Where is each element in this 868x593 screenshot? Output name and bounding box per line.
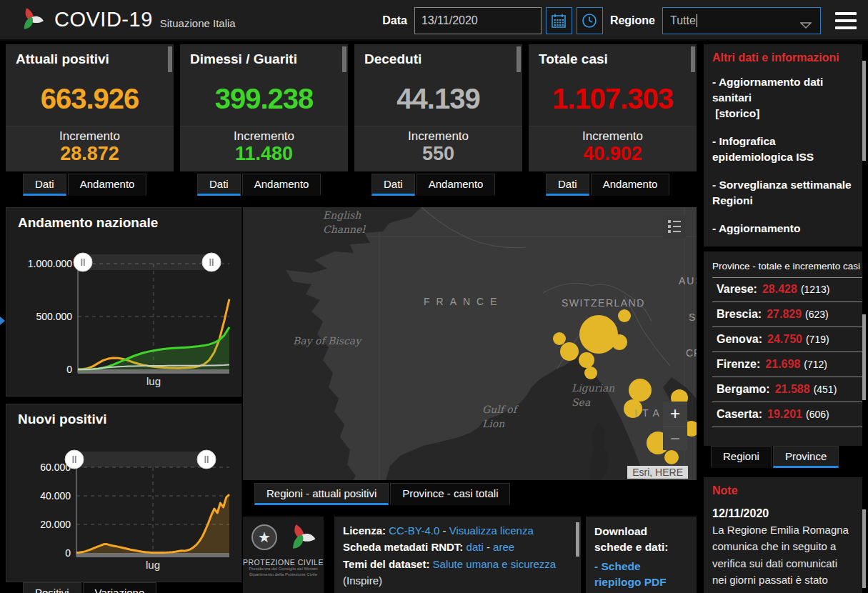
province-row: Genova: 24.750 (719): [712, 327, 862, 352]
scrollbar-thumb[interactable]: [862, 61, 866, 161]
province-increment: (623): [805, 309, 829, 320]
tab-dati[interactable]: Dati: [23, 174, 66, 196]
svg-text:500.000: 500.000: [36, 311, 72, 322]
note-panel: Note 12/11/2020 La Regione Emilia Romagn…: [704, 477, 862, 593]
stat-card-title: Attuali positivi: [6, 44, 174, 67]
stat-card-title: Totale casi: [529, 44, 697, 67]
range-slider-handle[interactable]: [65, 450, 84, 469]
download-link-schede-riepilogo-pdf[interactable]: - Schede riepilogo PDF: [594, 559, 688, 591]
case-bubble[interactable]: [664, 450, 679, 464]
tab-regioni-attuali-positivi[interactable]: Regioni - attuali positivi: [254, 483, 389, 505]
tab-positivi[interactable]: Positivi: [23, 582, 81, 593]
nuovi-positivi-chart[interactable]: 60.00040.00020.0000lug: [6, 404, 242, 583]
tri-blade: [285, 521, 318, 552]
case-bubble[interactable]: [624, 399, 642, 418]
province-total: 27.829: [767, 308, 802, 321]
tab-province-casi-totali[interactable]: Province - casi totali: [390, 483, 510, 505]
link-visualizza-licenza[interactable]: Visualizza licenza: [449, 524, 534, 537]
scrollbar-thumb[interactable]: [691, 46, 695, 72]
tab-regioni[interactable]: Regioni: [711, 446, 772, 468]
tab-dati[interactable]: Dati: [197, 174, 241, 196]
case-bubble[interactable]: [618, 309, 631, 322]
increment-value: 28.872: [6, 144, 174, 165]
tab-andamento[interactable]: Andamento: [242, 174, 321, 196]
covid-dashboard: COVID-19 Situazione Italia Data 13/11/20…: [0, 0, 868, 593]
calendar-button[interactable]: [546, 7, 572, 34]
app-subtitle: Situazione Italia: [160, 17, 236, 29]
map-attribution: Esri, HERE: [627, 466, 688, 479]
range-slider-handle[interactable]: [202, 253, 221, 271]
stat-card: Dimessi / Guariti 399.238 Incremento 11.…: [180, 44, 348, 171]
province-total: 19.201: [767, 408, 802, 421]
stat-card-tabs: DatiAndamento: [197, 174, 348, 196]
protezione-civile-logo-icon: [17, 5, 44, 35]
scrollbar-thumb[interactable]: [168, 46, 172, 72]
province-total: 28.428: [762, 283, 797, 296]
tri-blade: [17, 5, 46, 32]
range-slider-handle[interactable]: [197, 450, 216, 469]
andamento-nazionale-chart[interactable]: 1.000.000500.0000lug: [6, 208, 242, 397]
italy-map[interactable]: English ChannelFRANCESWITZERLANDAUSSLBay…: [243, 207, 697, 480]
sidebar-link-aggiornamento[interactable]: - Aggiornamento: [712, 221, 854, 236]
italy-emblem-icon: ★: [249, 521, 279, 554]
stat-card-tabs: DatiAndamento: [23, 174, 174, 196]
data-label: Data: [382, 14, 407, 27]
sidebar-link-sorveglianza-settimanale-regioni[interactable]: - Sorveglianza settimanale Regioni: [712, 177, 854, 209]
stat-card-value: 663.926: [6, 83, 174, 115]
province-increment: (1213): [801, 284, 829, 295]
tab-andamento[interactable]: Andamento: [68, 174, 147, 196]
tab-variazione[interactable]: Variazione: [83, 582, 157, 593]
zoom-out-button[interactable]: −: [663, 426, 687, 450]
link-cc-by-4-0[interactable]: CC-BY-4.0: [389, 524, 439, 537]
stat-card-title: Deceduti: [354, 44, 522, 67]
protezione-civile-logo-icon: [285, 521, 318, 557]
range-slider-handle[interactable]: [74, 253, 92, 271]
logo-subtitle-2: Dipartimento della Protezione Civile: [243, 572, 324, 578]
scrollbar-thumb[interactable]: [576, 522, 579, 557]
province-name: Bergamo:: [717, 383, 770, 396]
stat-cards-row: Attuali positivi 663.926 Incremento 28.8…: [6, 44, 697, 196]
scrollbar-thumb[interactable]: [862, 314, 866, 400]
zoom-in-button[interactable]: +: [663, 402, 687, 426]
province-name: Caserta:: [717, 408, 762, 421]
link-dati[interactable]: dati: [467, 541, 484, 553]
scrollbar-thumb[interactable]: [862, 509, 866, 588]
sidebar-link-aggiornamento-dati-sanitari[interactable]: - Aggiornamento dati sanitari [storico]: [712, 74, 854, 121]
case-bubble[interactable]: [584, 367, 597, 379]
case-bubble[interactable]: [629, 379, 652, 402]
case-bubble[interactable]: [579, 352, 594, 368]
sidebar-link-infografica-epidemiologica-iss[interactable]: - Infografica epidemiologica ISS: [712, 134, 854, 165]
svg-text:1.000.000: 1.000.000: [28, 258, 72, 269]
stat-card-title: Dimessi / Guariti: [180, 44, 348, 67]
case-bubble[interactable]: [560, 342, 579, 361]
tab-dati[interactable]: Dati: [546, 174, 589, 196]
stat-card-tabs: DatiAndamento: [546, 174, 697, 196]
time-button[interactable]: [577, 7, 603, 34]
hamburger-menu-button[interactable]: [834, 10, 858, 31]
case-bubble[interactable]: [553, 332, 566, 345]
note-date: 12/11/2020: [712, 507, 854, 520]
province-row: Varese: 28.428 (1213): [712, 277, 862, 302]
tab-province[interactable]: Province: [773, 446, 839, 468]
stat-card: Attuali positivi 663.926 Incremento 28.8…: [6, 44, 174, 171]
map-tabs: Regioni - attuali positiviProvince - cas…: [254, 483, 512, 505]
svg-text:40.000: 40.000: [40, 490, 71, 502]
tab-dati[interactable]: Dati: [371, 174, 415, 196]
legend-list-button[interactable]: [663, 216, 686, 239]
case-bubble[interactable]: [579, 315, 618, 354]
link-aree[interactable]: aree: [493, 541, 514, 553]
link-salute-umana-e-sicurezza[interactable]: Salute umana e sicurezza: [433, 558, 557, 570]
date-input[interactable]: 13/11/2020: [414, 7, 542, 34]
expand-sidebar-arrow-icon[interactable]: [0, 317, 5, 325]
province-list: Varese: 28.428 (1213) Brescia: 27.829 (6…: [712, 277, 862, 427]
scrollbar-thumb[interactable]: [342, 46, 346, 72]
chevron-down-icon: [800, 19, 812, 31]
tab-andamento[interactable]: Andamento: [591, 174, 670, 196]
regione-select[interactable]: Tutte: [662, 7, 821, 34]
province-name: Firenze:: [717, 358, 760, 371]
case-bubble[interactable]: [612, 334, 627, 350]
nuovi-positivi-tabs: PositiviVariazione: [23, 582, 158, 593]
svg-text:0: 0: [65, 547, 71, 559]
tab-andamento[interactable]: Andamento: [416, 174, 496, 196]
scrollbar-thumb[interactable]: [517, 46, 521, 72]
